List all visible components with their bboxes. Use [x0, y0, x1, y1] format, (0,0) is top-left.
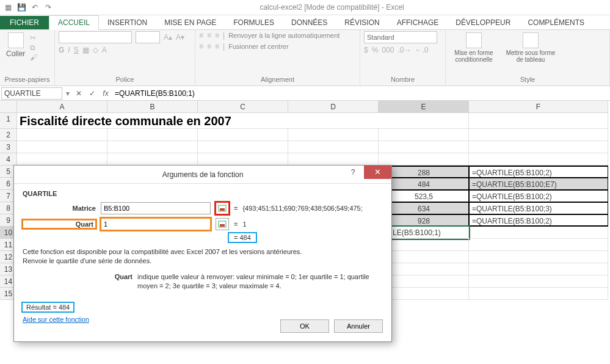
- namebox-dropdown-icon[interactable]: ▾: [64, 89, 72, 98]
- cell[interactable]: =QUARTILE(B5:B100;3): [469, 202, 608, 214]
- wrap-text-button[interactable]: Renvoyer à la ligne automatiquement: [228, 32, 339, 39]
- row-header[interactable]: 2: [0, 129, 17, 141]
- fillcolor-button[interactable]: ◇: [93, 46, 98, 54]
- cell[interactable]: 523,5: [379, 190, 469, 202]
- cell[interactable]: 928: [379, 214, 469, 227]
- cell[interactable]: [379, 153, 469, 166]
- col-header[interactable]: D: [288, 101, 379, 113]
- cell[interactable]: [379, 129, 469, 141]
- underline-button[interactable]: S: [74, 46, 79, 54]
- tab-addins[interactable]: COMPLÉMENTS: [519, 16, 593, 29]
- copy-icon[interactable]: ⧉: [30, 43, 37, 52]
- cell[interactable]: [288, 153, 379, 166]
- inc-decimal-icon[interactable]: .0→: [398, 46, 411, 54]
- collapse-dialog-icon[interactable]: [216, 202, 229, 214]
- undo-icon[interactable]: ↶: [29, 2, 40, 13]
- cell[interactable]: [107, 153, 198, 166]
- align-left-icon[interactable]: ≡: [199, 42, 203, 51]
- cell[interactable]: [17, 141, 107, 153]
- select-all-corner[interactable]: [0, 101, 17, 113]
- fontsize-select[interactable]: [136, 31, 160, 43]
- row-header[interactable]: 4: [0, 153, 17, 166]
- close-icon[interactable]: ✕: [364, 166, 391, 179]
- cell[interactable]: [469, 129, 608, 141]
- cell[interactable]: [198, 153, 288, 166]
- align-top-icon[interactable]: ≡: [199, 31, 203, 40]
- ok-button[interactable]: OK: [280, 319, 329, 333]
- cell[interactable]: [379, 141, 469, 153]
- cell[interactable]: =QUARTILE(B5:B100;E7): [469, 178, 608, 190]
- border-button[interactable]: ▦: [82, 46, 89, 54]
- cell[interactable]: [107, 141, 198, 153]
- name-box[interactable]: QUARTILE: [1, 87, 62, 100]
- grow-font-icon[interactable]: A▴: [164, 33, 172, 42]
- tab-insert[interactable]: INSERTION: [99, 16, 156, 29]
- merge-button[interactable]: Fusionner et centrer: [228, 43, 288, 50]
- cut-icon[interactable]: ✂: [30, 34, 37, 42]
- redo-icon[interactable]: ↷: [43, 2, 54, 13]
- col-header[interactable]: A: [17, 101, 107, 113]
- cell[interactable]: [107, 129, 198, 141]
- brush-icon[interactable]: 🖌: [30, 53, 37, 62]
- formula-input[interactable]: [112, 89, 610, 98]
- fx-icon[interactable]: fx: [99, 89, 112, 98]
- tab-file[interactable]: FICHIER: [0, 16, 49, 29]
- cell[interactable]: [469, 263, 608, 275]
- col-header[interactable]: F: [469, 101, 608, 113]
- tab-data[interactable]: DONNÉES: [283, 16, 336, 29]
- cell[interactable]: =QUARTILE(B5:B100;2): [469, 190, 608, 202]
- align-right-icon[interactable]: ≡: [215, 42, 219, 51]
- shrink-font-icon[interactable]: A▾: [176, 33, 184, 42]
- row-header[interactable]: 1: [0, 113, 17, 129]
- cell[interactable]: [469, 113, 608, 129]
- cell[interactable]: 634: [379, 202, 469, 214]
- cell[interactable]: [469, 141, 608, 153]
- italic-button[interactable]: I: [68, 46, 70, 54]
- cancel-formula-icon[interactable]: ✕: [72, 89, 85, 98]
- dialog-title[interactable]: Arguments de la fonction: [14, 166, 391, 184]
- align-center-icon[interactable]: ≡: [207, 42, 211, 51]
- align-middle-icon[interactable]: ≡: [207, 31, 211, 40]
- cell[interactable]: [379, 251, 469, 263]
- collapse-dialog-icon[interactable]: [216, 218, 229, 230]
- cond-format-button[interactable]: Mise en forme conditionnelle: [449, 31, 498, 64]
- tab-dev[interactable]: DÉVELOPPEUR: [447, 16, 519, 29]
- enter-formula-icon[interactable]: ✓: [85, 89, 99, 98]
- cell[interactable]: [379, 275, 469, 288]
- font-select[interactable]: [59, 31, 132, 43]
- tab-formulas[interactable]: FORMULES: [225, 16, 283, 29]
- arg-quart-input[interactable]: [101, 218, 211, 230]
- tab-layout[interactable]: MISE EN PAGE: [156, 16, 225, 29]
- cell[interactable]: [379, 113, 469, 129]
- fontcolor-button[interactable]: A: [102, 46, 107, 54]
- cell[interactable]: =QUARTILE(B5:B100;2): [469, 166, 608, 178]
- dec-decimal-icon[interactable]: ←.0: [415, 46, 428, 54]
- number-format-select[interactable]: Standard: [364, 31, 437, 43]
- cell[interactable]: [17, 153, 107, 166]
- comma-icon[interactable]: 000: [382, 46, 394, 54]
- cell[interactable]: =QUARTILE(B5:B100;2): [469, 214, 608, 227]
- cell[interactable]: [469, 275, 608, 288]
- percent-icon[interactable]: %: [372, 46, 379, 54]
- paste-button[interactable]: Coller: [4, 31, 27, 59]
- row-header[interactable]: 3: [0, 141, 17, 153]
- cancel-button[interactable]: Annuler: [334, 319, 383, 333]
- cell[interactable]: [198, 141, 288, 153]
- cell[interactable]: [469, 288, 608, 300]
- col-header[interactable]: C: [198, 101, 288, 113]
- tab-home[interactable]: ACCUEIL: [49, 15, 99, 30]
- cell[interactable]: [469, 239, 608, 251]
- dialog-help-icon[interactable]: ?: [344, 166, 362, 179]
- currency-icon[interactable]: $: [364, 46, 368, 54]
- cell[interactable]: [379, 263, 469, 275]
- cell[interactable]: [198, 129, 288, 141]
- col-header[interactable]: B: [107, 101, 198, 113]
- cell[interactable]: [379, 239, 469, 251]
- cell[interactable]: [469, 153, 608, 166]
- active-cell[interactable]: RTILE(B5:B100;1): [379, 227, 469, 239]
- cell[interactable]: [469, 227, 608, 239]
- align-bottom-icon[interactable]: ≡: [215, 31, 219, 40]
- function-help-link[interactable]: Aide sur cette fonction: [23, 316, 89, 323]
- cell[interactable]: [288, 129, 379, 141]
- arg-matrice-input[interactable]: [101, 202, 211, 214]
